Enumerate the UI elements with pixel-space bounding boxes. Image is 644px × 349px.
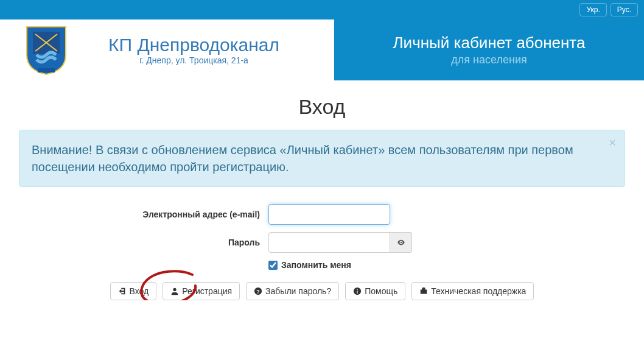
register-button[interactable]: Регистрация bbox=[163, 282, 240, 300]
question-icon: ? bbox=[254, 287, 262, 295]
logo-emblem bbox=[24, 24, 68, 76]
email-label: Электронный адрес (e-mail) bbox=[19, 210, 268, 219]
password-row: Пароль bbox=[19, 232, 625, 253]
remember-label: Запомнить меня bbox=[281, 260, 351, 270]
user-icon bbox=[170, 287, 179, 295]
password-label: Пароль bbox=[19, 238, 268, 247]
login-button-label: Вход bbox=[130, 286, 149, 296]
brand-block: КП Днепрводоканал г. Днепр, ул. Троицкая… bbox=[78, 35, 334, 65]
support-button-label: Техническая поддержка bbox=[431, 286, 526, 296]
page-title: Вход bbox=[19, 95, 625, 119]
alert-text: Внимание! В связи с обновлением сервиса … bbox=[32, 143, 573, 174]
support-button[interactable]: Техническая поддержка bbox=[411, 282, 534, 300]
main: Вход Внимание! В связи с обновлением сер… bbox=[12, 95, 632, 300]
email-input[interactable] bbox=[268, 204, 390, 225]
topbar: Укр. Рус. bbox=[0, 0, 644, 19]
help-button[interactable]: i Помощь bbox=[345, 282, 405, 300]
header: КП Днепрводоканал г. Днепр, ул. Троицкая… bbox=[0, 19, 644, 80]
header-right: Личный кабинет абонента для населения bbox=[334, 19, 644, 80]
register-button-label: Регистрация bbox=[182, 286, 232, 296]
forgot-button[interactable]: ? Забыли пароль? bbox=[246, 282, 339, 300]
header-left: КП Днепрводоканал г. Днепр, ул. Троицкая… bbox=[0, 19, 334, 80]
login-icon bbox=[118, 287, 127, 295]
remember-checkbox[interactable] bbox=[268, 261, 278, 270]
svg-rect-3 bbox=[38, 68, 55, 72]
info-icon: i bbox=[353, 287, 362, 295]
svg-text:?: ? bbox=[256, 289, 259, 295]
login-button[interactable]: Вход bbox=[110, 282, 157, 300]
button-row: Вход Регистрация ? Забыли пароль? i Помо… bbox=[19, 282, 625, 300]
svg-point-4 bbox=[400, 242, 402, 244]
alert-close-button[interactable]: × bbox=[609, 136, 616, 149]
svg-text:i: i bbox=[357, 289, 358, 295]
forgot-button-label: Забыли пароль? bbox=[265, 286, 331, 296]
eye-icon bbox=[397, 238, 405, 247]
cabinet-subtitle: для населения bbox=[451, 54, 527, 66]
password-input[interactable] bbox=[268, 232, 390, 253]
password-toggle-button[interactable] bbox=[390, 232, 412, 253]
password-input-group bbox=[268, 232, 412, 253]
brand-title: КП Днепрводоканал bbox=[78, 35, 310, 55]
help-button-label: Помощь bbox=[365, 286, 397, 296]
briefcase-icon bbox=[419, 287, 428, 295]
info-alert: Внимание! В связи с обновлением сервиса … bbox=[19, 130, 625, 187]
lang-uk-button[interactable]: Укр. bbox=[579, 3, 606, 16]
email-row: Электронный адрес (e-mail) bbox=[19, 204, 625, 225]
cabinet-title: Личный кабинет абонента bbox=[393, 33, 586, 52]
brand-address: г. Днепр, ул. Троицкая, 21-а bbox=[78, 55, 310, 65]
lang-ru-button[interactable]: Рус. bbox=[611, 3, 638, 16]
remember-row: Запомнить меня bbox=[268, 260, 625, 270]
